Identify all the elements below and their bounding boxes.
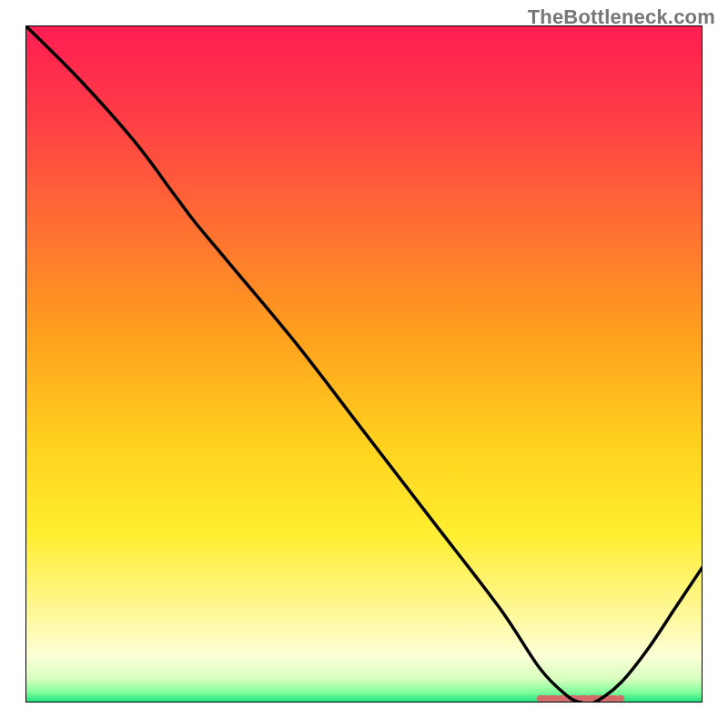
gradient-background [25,25,703,703]
chart-plot-area [25,25,703,703]
chart-svg [25,25,703,703]
